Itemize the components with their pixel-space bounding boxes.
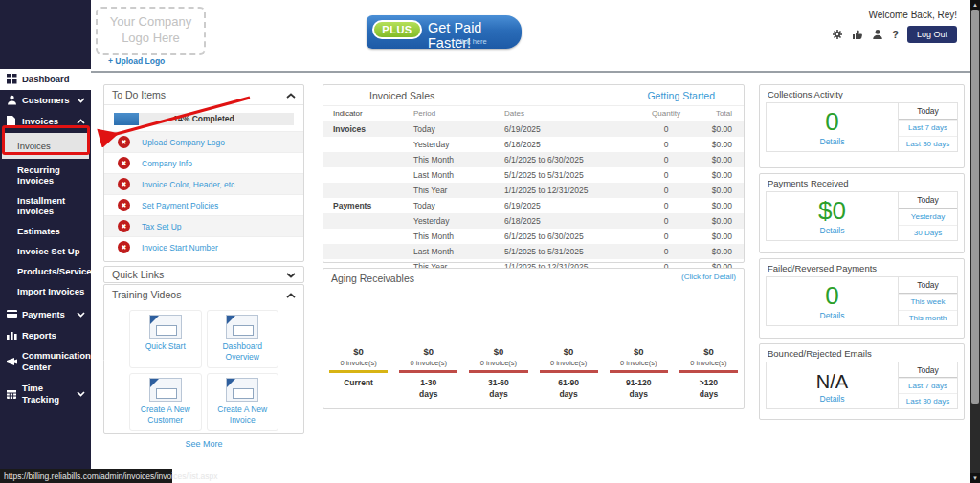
row-total: $0.00 [694,152,744,167]
details-link[interactable]: Details [767,394,898,404]
row-period: Last Month [408,244,499,259]
scroll-down-arrow[interactable]: ▼ [970,473,980,483]
range-today[interactable]: Today [899,103,957,120]
sidebar-subitem-recurring-invoices[interactable]: Recurring Invoices [0,160,91,190]
collapse-chevron-up-icon[interactable] [286,89,296,100]
status-bar-url: https://billing.reliabills.com/admin/inv… [0,469,172,483]
aging-bucket[interactable]: $0 0 invoice(s) 61-90days [534,346,604,402]
sidebar-subitem-import-invoices[interactable]: Import Invoices [0,281,91,301]
details-link[interactable]: Details [767,226,898,235]
aging-bucket[interactable]: $0 0 invoice(s) 91-120days [604,346,674,402]
range-today[interactable]: Today [899,277,957,294]
collections-activity-panel: Collections Activity 0 Details Today Las… [759,84,965,168]
quick-links-panel[interactable]: Quick Links [103,266,304,283]
aging-bucket[interactable]: $0 0 invoice(s) 31-60days [463,346,533,402]
scrollbar-thumb[interactable] [971,10,979,404]
incomplete-x-icon: ✖ [118,178,130,190]
range-link[interactable]: 30 Days [899,225,957,241]
table-row: This Year 1/1/2025 to 12/31/2025 0 $0.00 [323,183,744,198]
row-period: Last Month [408,167,499,183]
sidebar-item-payments[interactable]: Payments [0,304,91,325]
todo-item-link[interactable]: Upload Company Logo [142,138,225,147]
todo-item[interactable]: ✖ Invoice Start Number [104,236,303,257]
video-label: Create A New Invoice [210,405,277,427]
setup-progress-bar: 14% Completed [114,113,294,125]
collapse-chevron-up-icon[interactable] [286,289,296,300]
row-indicator [323,229,408,244]
details-link[interactable]: Details [767,137,898,146]
range-today[interactable]: Today [899,362,957,378]
range-link[interactable]: Last 30 days [899,136,957,152]
training-video-grid: Quick Start Dashboard Overview Create A … [104,304,303,437]
row-dates: 6/18/2025 [499,137,638,152]
banner-click-here[interactable]: Click here [428,37,514,46]
todo-item[interactable]: ✖ Upload Company Logo [104,131,303,152]
logout-button[interactable]: Log Out [907,26,957,43]
getting-started-link[interactable]: Getting Started [647,90,715,101]
aging-bucket[interactable]: $0 0 invoice(s) 1-30days [393,346,463,402]
sidebar-item-time-tracking[interactable]: Time Tracking [0,378,91,410]
row-total: $0.00 [694,121,744,138]
todo-item-link[interactable]: Invoice Color, Header, etc. [142,180,237,189]
todo-item[interactable]: ✖ Tax Set Up [104,215,303,236]
todo-item[interactable]: ✖ Company Info [104,152,303,173]
range-link[interactable]: This week [899,294,957,310]
sidebar-subitem-installment-invoices[interactable]: Installment Invoices [0,190,91,221]
plus-badge: PLUS [372,20,422,39]
todo-item-link[interactable]: Tax Set Up [142,222,182,231]
todo-item[interactable]: ✖ Invoice Color, Header, etc. [104,173,303,194]
training-video-card[interactable]: Quick Start [129,310,202,368]
incomplete-x-icon: ✖ [118,136,130,148]
sidebar-subitem-invoice-set-up[interactable]: Invoice Set Up [0,241,91,261]
expand-chevron-down-icon[interactable] [286,269,296,280]
welcome-text: Welcome Back, Rey! [868,10,957,20]
row-period: This Month [408,229,499,244]
training-video-card[interactable]: Create A New Invoice [207,373,279,431]
video-label: Quick Start [132,341,199,352]
aging-bucket[interactable]: $0 0 invoice(s) Current [323,346,393,402]
table-row: This Month 6/1/2025 to 6/30/2025 0 $0.00 [323,152,744,167]
range-link[interactable]: Last 7 days [899,120,957,136]
row-dates: 6/19/2025 [499,198,638,213]
range-today[interactable]: Today [899,192,957,209]
row-period: Yesterday [408,213,499,229]
vertical-scrollbar[interactable]: ▲ ▼ [970,0,980,483]
sidebar-subitem-invoices[interactable]: Invoices [2,133,89,159]
bounced-rejected-emails-panel: Bounced/Rejected Emails N/A Details Toda… [759,343,965,420]
thumbs-up-icon[interactable] [852,29,863,40]
payments-icon [6,310,17,318]
todo-item-link[interactable]: Set Payment Policies [142,201,218,210]
help-icon[interactable]: ? [892,29,899,40]
sidebar-item-invoices[interactable]: Invoices [0,111,91,132]
todo-item[interactable]: ✖ Set Payment Policies [104,194,303,215]
range-link[interactable]: Last 30 days [899,393,957,408]
training-videos-title: Training Videos [112,289,181,300]
sidebar-item-communication-center[interactable]: Communication Center [0,345,91,378]
sidebar-item-dashboard[interactable]: Dashboard [0,69,91,90]
range-link[interactable]: Last 7 days [899,378,957,393]
get-paid-faster-banner[interactable]: PLUS Get Paid Faster! Click here [367,15,522,49]
gear-icon[interactable] [832,29,843,40]
training-videos-panel: Training Videos Quick Start Dashboard Ov… [103,284,304,434]
range-link[interactable]: This month [899,310,957,326]
todo-items-title: To Do Items [112,89,166,100]
todo-item-link[interactable]: Invoice Start Number [142,243,218,252]
todo-item-link[interactable]: Company Info [142,159,192,168]
upload-logo-link[interactable]: + Upload Logo [108,56,165,66]
click-for-detail-link[interactable]: (Click for Detail) [681,273,736,284]
sidebar-item-customers[interactable]: Customers [0,90,91,111]
range-link[interactable]: Yesterday [899,209,957,225]
details-link[interactable]: Details [767,311,898,320]
user-icon[interactable] [872,29,883,40]
sidebar-subitem-products-services[interactable]: Products/Services [0,261,91,281]
see-more-link[interactable]: See More [104,439,303,449]
row-total: $0.00 [694,213,744,229]
scroll-up-arrow[interactable]: ▲ [970,0,980,10]
aging-bucket[interactable]: $0 0 invoice(s) >120days [674,346,744,402]
training-video-card[interactable]: Dashboard Overview [207,310,279,368]
sidebar-subitem-estimates[interactable]: Estimates [0,221,91,241]
training-video-card[interactable]: Create A New Customer [129,373,202,431]
row-period: This Year [408,183,499,198]
aging-receivables-title: Aging Receivables [331,273,414,284]
sidebar-item-reports[interactable]: Reports [0,325,91,346]
